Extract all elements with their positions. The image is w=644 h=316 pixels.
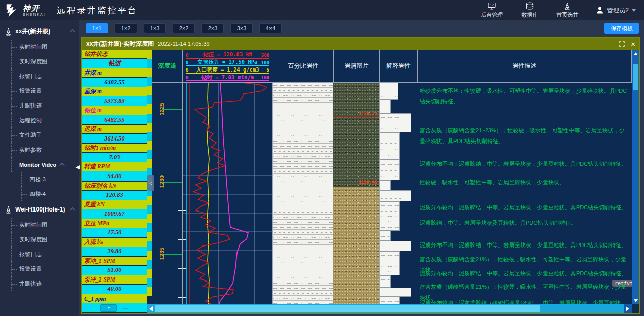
nav-well-select[interactable]: 首页选井 [556, 2, 579, 19]
curve-入口密度 [207, 83, 209, 304]
layout-button-1×2[interactable]: 1×2 [115, 23, 137, 33]
lith-pattern-row: ―― ―― ―― ―― ―― ―― ―― ―― ―― [273, 164, 333, 169]
parameter-label: 入流 l/s [82, 238, 147, 247]
sidebar-item-实时时间图[interactable]: 实时时间图 [0, 218, 79, 232]
lith-pattern-row: ―― ·· ―― ―― ·· ―― ―― ·· ―― [273, 220, 333, 225]
cuttings-photo [333, 83, 379, 187]
layout-button-1×3[interactable]: 1×3 [144, 23, 166, 33]
interp-pattern-row: ―― ―― ―― [381, 225, 398, 229]
sidebar-collapse-handle[interactable]: ◀ [76, 164, 80, 170]
depth-strip-cell [147, 150, 152, 159]
user-menu[interactable]: 管理员2 [596, 6, 636, 15]
vertical-scrollbar[interactable] [632, 50, 639, 304]
nav-database[interactable]: 数据库 [521, 2, 538, 19]
vertical-scroll-thumb[interactable] [633, 64, 638, 90]
sidebar: xx井(新井眼)实时时间图实时深度图报警日志报警设置井眼轨迹远程控制文件助手实时… [0, 20, 79, 316]
parameter-dropdown-button[interactable] [100, 304, 117, 312]
sidebar-well-node[interactable]: xx井(新井眼) [0, 23, 79, 40]
sidebar-item-实时时间图[interactable]: 实时时间图 [0, 40, 79, 54]
depth-strip-cell [147, 59, 152, 68]
interp-pattern-row: ·· ―― ·· ―― [381, 264, 398, 268]
layout-button-3×3[interactable]: 3×3 [230, 23, 253, 33]
depth-strip-cell [147, 77, 152, 86]
parameter-value: 6482.55 [82, 115, 147, 124]
parameter-label: 钻压别名 kN [82, 182, 147, 190]
sidebar-group-node[interactable]: Monitor Video [0, 157, 79, 172]
parameter-label: 立压 MPa [82, 219, 147, 228]
layout-button-2×2[interactable]: 2×2 [173, 23, 195, 33]
sidebar-item-报警设置[interactable]: 报警设置 [0, 84, 79, 98]
lith-pattern-row: ·· ―― ·· ―― ·· ―― ·· ―― ·· ―― ·· ―― [273, 296, 333, 301]
sidebar-item-报警日志[interactable]: 报警日志 [0, 247, 79, 262]
parameter-value-text: 钻进 [108, 59, 121, 68]
save-template-button[interactable]: 保存模板 [604, 23, 639, 34]
lith-pattern-row: ―― ·· ―― ―― ·· ―― ―― ·· ―― [273, 118, 333, 123]
sidebar-well-node[interactable]: Wei-H100(Hole-1) [0, 201, 79, 218]
lith-pattern-row: ―― ·· ―― ―― ·· ―― ―― ·· ―― [273, 301, 333, 304]
sidebar-item-远程控制[interactable]: 远程控制 [0, 113, 79, 128]
sidebar-item-报警设置[interactable]: 报警设置 [0, 262, 79, 276]
arrow-left-icon [147, 306, 153, 311]
interp-pattern-row: ― ― ― ― ― [381, 168, 398, 172]
sidebar-item-实时深度图[interactable]: 实时深度图 [0, 54, 79, 69]
lith-pattern-row: ―― ―― ―― ―― ―― ―― ―― ―― ―― [273, 245, 333, 250]
curve-max: 5 [267, 68, 269, 73]
parameter-value: 51.00 [82, 265, 147, 275]
well-name: Wei-H100(Hole-1) [15, 206, 67, 213]
chevron-down-icon [107, 307, 110, 310]
interp-lith-block: ―― ―― ―― [380, 180, 391, 190]
interp-lith-block: ―― ―― ――― ― ― ― ― [380, 100, 391, 113]
parameter-value: 6482.55 [82, 77, 147, 87]
sidebar-item-文件助手[interactable]: 文件助手 [0, 128, 79, 143]
scroll-up-button[interactable] [632, 50, 639, 57]
depth-strip-cell [147, 269, 152, 278]
plot-minor-tick [183, 167, 186, 167]
layout-button-4×4[interactable]: 4×4 [259, 23, 282, 33]
lith-pattern-row: ·· ―― ·· ―― ·· ―― ·· ―― ·· ―― ·· ―― [273, 275, 333, 280]
depth-label: 1225 [159, 100, 165, 118]
horizontal-scrollbar[interactable] [147, 304, 632, 313]
lith-pattern-row: ―― ·· ―― ―― ·· ―― ―― ·· ―― [273, 138, 333, 144]
sidebar-item-四楼-4[interactable]: 四楼-4 [0, 187, 79, 201]
parameter-row: 井深 m6482.55 [82, 68, 147, 87]
panel-collapse-handle[interactable]: < [147, 175, 154, 191]
scroll-down-button[interactable] [632, 297, 639, 304]
horizontal-scroll-thumb[interactable] [155, 305, 540, 312]
lith-pattern-row: ·· ―― ·· ―― ·· ―― ·· ―― ·· ―― ·· ―― [273, 93, 333, 98]
curves-svg [183, 83, 273, 304]
parameter-value-text: 7.03 [109, 154, 120, 161]
sidebar-item-井眼轨迹[interactable]: 井眼轨迹 [0, 276, 79, 291]
sidebar-item-实时参数[interactable]: 实时参数 [0, 143, 79, 157]
lith-pattern-row: ―― ·· ―― ―― ·· ―― ―― ·· ―― [273, 98, 333, 103]
close-icon[interactable]: × [631, 40, 635, 48]
scroll-right-button[interactable] [624, 304, 632, 313]
depth-minor-tick [178, 138, 182, 138]
curve-max: 100 [261, 61, 269, 65]
depth-strip-cell [147, 104, 152, 114]
arrow-right-icon [626, 306, 632, 311]
lith-description: 泥质分布较均；泥灰质胶结（碳酸钙含量18%），中等。岩屑呈块状，少量豆粒状。具P… [420, 298, 629, 304]
depth-major-tick [162, 254, 182, 255]
depth-track: 122512301235 [152, 83, 183, 304]
sidebar-item-实时深度图[interactable]: 实时深度图 [0, 232, 79, 247]
nav-backend-admin[interactable]: 后台管理 [481, 2, 503, 19]
chevron-up-icon [70, 208, 75, 213]
layout-button-1×1[interactable]: 1×1 [86, 23, 108, 33]
curve-钻时 [218, 83, 248, 304]
parameter-label: 垂深 m [82, 87, 147, 96]
layout-button-2×3[interactable]: 2×3 [201, 23, 224, 33]
sidebar-item-报警日志[interactable]: 报警日志 [0, 69, 79, 84]
chevron-down-icon [632, 9, 636, 14]
arrow-up-icon [634, 50, 638, 55]
lith-pattern-row: ―― ―― ―― ―― ―― ―― ―― ―― ―― [273, 184, 333, 189]
depth-strip-cell [147, 114, 152, 123]
scroll-left-button[interactable] [147, 304, 155, 313]
sidebar-item-井眼轨迹[interactable]: 井眼轨迹 [0, 98, 79, 113]
plot-minor-tick [183, 297, 186, 298]
curve-legend-钻时: 0钻时 = 7.03 min/m100 [186, 74, 269, 81]
maximize-icon[interactable] [619, 41, 625, 47]
sidebar-item-四楼-3[interactable]: 四楼-3 [0, 172, 79, 187]
lith-pattern-row: ― ― ― ― ― ― ― ― ― ― ― ― ― ― ― [273, 250, 333, 255]
parameter-value: 17.50 [82, 228, 147, 237]
curve-钻压 [193, 83, 267, 304]
